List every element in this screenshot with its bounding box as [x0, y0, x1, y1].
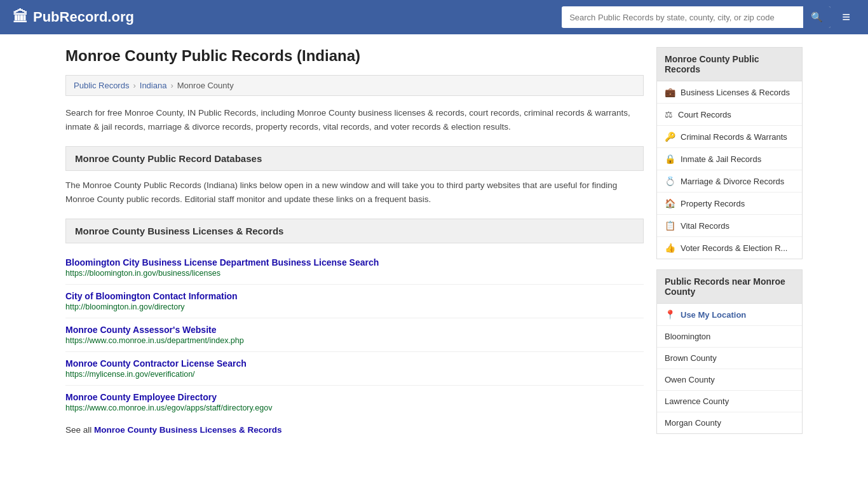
- sidebar-nearby-header: Public Records near Monroe County: [657, 270, 802, 304]
- record-link-item: Monroe County Assessor's Website https:/…: [65, 318, 644, 352]
- sidebar-item-marriage[interactable]: 💍 Marriage & Divorce Records: [657, 170, 802, 193]
- record-link-url-4[interactable]: https://www.co.monroe.in.us/egov/apps/st…: [65, 403, 272, 412]
- sidebar-label-business: Business Licenses & Records: [681, 88, 790, 97]
- sidebar-item-court[interactable]: ⚖ Court Records: [657, 104, 802, 126]
- record-link-item: Monroe County Contractor License Search …: [65, 352, 644, 386]
- site-header: 🏛 PubRecord.org 🔍 ≡: [0, 0, 868, 34]
- sidebar-label-voter: Voter Records & Election R...: [681, 243, 787, 253]
- record-link-title-4[interactable]: Monroe County Employee Directory: [65, 392, 217, 402]
- see-all-link[interactable]: Monroe County Business Licenses & Record…: [94, 425, 282, 435]
- page-title: Monroe County Public Records (Indiana): [65, 47, 644, 65]
- use-location-label: Use My Location: [681, 310, 746, 320]
- record-link-title-1[interactable]: City of Bloomington Contact Information: [65, 291, 238, 301]
- see-all: See all Monroe County Business Licenses …: [65, 425, 644, 435]
- record-link-item: Monroe County Employee Directory https:/…: [65, 386, 644, 419]
- sidebar-label-vital: Vital Records: [681, 221, 729, 231]
- record-link-url-2[interactable]: https://www.co.monroe.in.us/department/i…: [65, 336, 244, 345]
- nearby-use-location[interactable]: 📍 Use My Location: [657, 304, 802, 326]
- breadcrumb-public-records[interactable]: Public Records: [74, 81, 129, 90]
- business-section-header: Monroe County Business Licenses & Record…: [65, 219, 644, 243]
- nearby-list: 📍 Use My Location Bloomington Brown Coun…: [657, 304, 802, 433]
- sidebar-main-header: Monroe County Public Records: [657, 48, 802, 81]
- site-logo[interactable]: 🏛 PubRecord.org: [13, 8, 134, 26]
- nearby-owen-county[interactable]: Owen County: [657, 369, 802, 391]
- main-content: Monroe County Public Records (Indiana) P…: [65, 47, 644, 444]
- location-pin-icon: 📍: [665, 309, 675, 320]
- sidebar-label-marriage: Marriage & Divorce Records: [681, 177, 784, 186]
- sidebar-item-criminal[interactable]: 🔑 Criminal Records & Warrants: [657, 126, 802, 148]
- record-link-item: Bloomington City Business License Depart…: [65, 251, 644, 285]
- databases-section-desc: The Monroe County Public Records (Indian…: [65, 179, 644, 206]
- record-link-url-1[interactable]: http://bloomington.in.gov/directory: [65, 302, 185, 311]
- scales-icon: ⚖: [665, 109, 673, 119]
- nearby-label-bloomington: Bloomington: [665, 332, 710, 341]
- sidebar-main-menu: 💼 Business Licenses & Records ⚖ Court Re…: [657, 81, 802, 259]
- nearby-label-morgan: Morgan County: [665, 418, 721, 428]
- sidebar-item-voter[interactable]: 👍 Voter Records & Election R...: [657, 237, 802, 259]
- logo-text: PubRecord.org: [33, 9, 134, 25]
- nearby-bloomington[interactable]: Bloomington: [657, 326, 802, 348]
- sidebar-item-property[interactable]: 🏠 Property Records: [657, 193, 802, 215]
- sidebar-nearby-box: Public Records near Monroe County 📍 Use …: [656, 269, 803, 434]
- sidebar-item-business[interactable]: 💼 Business Licenses & Records: [657, 81, 802, 104]
- sidebar-main-box: Monroe County Public Records 💼 Business …: [656, 47, 803, 259]
- nearby-label-brown: Brown County: [665, 353, 717, 363]
- header-right: 🔍 ≡: [562, 6, 855, 28]
- record-link-title-0[interactable]: Bloomington City Business License Depart…: [65, 257, 379, 268]
- nearby-brown-county[interactable]: Brown County: [657, 348, 802, 369]
- nearby-label-owen: Owen County: [665, 375, 715, 384]
- sidebar-item-inmate[interactable]: 🔒 Inmate & Jail Records: [657, 148, 802, 170]
- rings-icon: 💍: [665, 176, 675, 186]
- search-input[interactable]: [562, 8, 803, 27]
- breadcrumb-indiana[interactable]: Indiana: [140, 81, 167, 90]
- record-link-url-0[interactable]: https://bloomington.in.gov/business/lice…: [65, 269, 220, 278]
- search-bar: 🔍: [562, 6, 831, 28]
- main-container: Monroe County Public Records (Indiana) P…: [53, 34, 815, 457]
- nearby-label-lawrence: Lawrence County: [665, 396, 729, 406]
- record-link-title-2[interactable]: Monroe County Assessor's Website: [65, 325, 217, 335]
- record-link-url-3[interactable]: https://mylicense.in.gov/everification/: [65, 370, 195, 379]
- sidebar-label-court: Court Records: [678, 110, 731, 119]
- sidebar-label-criminal: Criminal Records & Warrants: [681, 132, 787, 142]
- breadcrumb-sep-2: ›: [170, 81, 173, 90]
- key-icon: 🔑: [665, 132, 675, 142]
- sidebar: Monroe County Public Records 💼 Business …: [656, 47, 803, 444]
- nearby-lawrence-county[interactable]: Lawrence County: [657, 391, 802, 412]
- databases-section-header: Monroe County Public Record Databases: [65, 146, 644, 171]
- record-link-item: City of Bloomington Contact Information …: [65, 285, 644, 318]
- record-link-title-3[interactable]: Monroe County Contractor License Search: [65, 358, 247, 369]
- thumbsup-icon: 👍: [665, 243, 675, 253]
- sidebar-label-property: Property Records: [681, 199, 745, 208]
- sidebar-item-vital[interactable]: 📋 Vital Records: [657, 215, 802, 237]
- business-links-list: Bloomington City Business License Depart…: [65, 251, 644, 419]
- lock-icon: 🔒: [665, 154, 675, 164]
- house-icon: 🏠: [665, 198, 675, 208]
- clipboard-icon: 📋: [665, 220, 675, 231]
- logo-icon: 🏛: [13, 8, 28, 26]
- breadcrumb-sep-1: ›: [133, 81, 135, 90]
- sidebar-label-inmate: Inmate & Jail Records: [681, 154, 761, 164]
- nearby-morgan-county[interactable]: Morgan County: [657, 412, 802, 433]
- breadcrumb: Public Records › Indiana › Monroe County: [65, 75, 644, 96]
- search-button[interactable]: 🔍: [803, 6, 831, 28]
- page-description: Search for free Monroe County, IN Public…: [65, 106, 644, 133]
- menu-button[interactable]: ≡: [837, 8, 855, 27]
- briefcase-icon: 💼: [665, 87, 675, 97]
- breadcrumb-current: Monroe County: [177, 81, 234, 90]
